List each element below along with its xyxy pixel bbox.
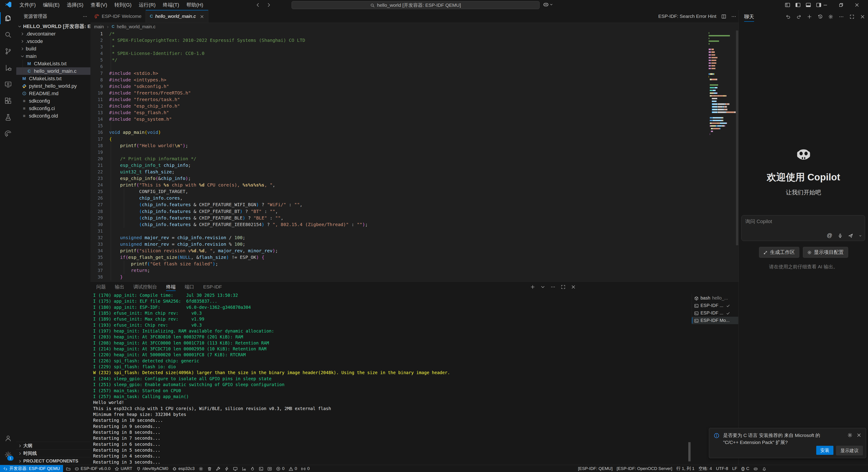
panel-tab-问题[interactable]: 问题	[96, 282, 106, 292]
panel-plus-icon[interactable]	[530, 285, 535, 289]
copilot-menu-button[interactable]	[543, 2, 553, 7]
status-item-terminal-icon[interactable]	[257, 465, 266, 472]
terminal-entry-ESP-IDF ...[interactable]: ESP-IDF ...	[692, 309, 738, 317]
activity-espressif-icon[interactable]	[0, 125, 16, 142]
status-item-空格: 4[interactable]: 空格: 4	[696, 465, 714, 472]
menu-item[interactable]: 查看(V)	[87, 2, 111, 8]
tab-chat[interactable]: 聊天	[744, 10, 754, 24]
toggle-panel-icon[interactable]	[806, 2, 811, 8]
tree-item-sdkconfig.ci[interactable]: ≡sdkconfig.ci	[16, 105, 90, 112]
menu-item[interactable]: 终端(T)	[159, 2, 183, 8]
chat-chevron-small-down-icon[interactable]	[859, 232, 862, 239]
tree-item-.vscode[interactable]: .vscode	[16, 37, 90, 45]
status-item-C[interactable]: {}C	[739, 465, 751, 472]
status-item-debug-start-icon[interactable]	[240, 465, 248, 472]
chat-send-icon[interactable]	[848, 232, 853, 239]
activity-account-icon[interactable]	[0, 430, 16, 446]
status-item-trash-icon[interactable]	[205, 465, 214, 472]
notification-settings-icon[interactable]	[847, 433, 852, 438]
close-tab-icon[interactable]	[200, 13, 204, 19]
forward-icon[interactable]	[266, 2, 271, 7]
chat-mic-icon[interactable]	[838, 232, 843, 239]
status-item-folder-icon[interactable]	[64, 465, 72, 472]
tree-item-sdkconfig.old[interactable]: ≡sdkconfig.old	[16, 112, 90, 120]
section-PROJECT COMPONENTS[interactable]: PROJECT COMPONENTS	[16, 457, 90, 465]
status-item-copilot-icon[interactable]	[751, 465, 760, 472]
status-item-[ESP-IDF: QEMU][interactable]: [ESP-IDF: QEMU]	[576, 465, 615, 472]
status-item-UART[interactable]: UART	[113, 465, 134, 472]
tree-item-README.md[interactable]: README.md	[16, 90, 90, 97]
restore-icon[interactable]	[839, 2, 844, 7]
editor-scrollbar[interactable]	[736, 31, 738, 245]
chat-plus-icon[interactable]	[807, 14, 812, 19]
show-suggestions-button[interactable]: 显示建议	[836, 446, 863, 455]
status-item-0[interactable]: 0	[274, 465, 287, 472]
activity-search-icon[interactable]	[0, 27, 16, 43]
status-item-wrench-icon[interactable]	[214, 465, 222, 472]
status-item-gear-icon[interactable]	[197, 465, 205, 472]
chat-input[interactable]: 询问 Copilot @	[741, 215, 865, 241]
chat-at-icon[interactable]: @	[827, 232, 832, 239]
more-icon[interactable]	[731, 13, 736, 19]
tree-item-sdkconfig[interactable]: ≡sdkconfig	[16, 97, 90, 105]
status-item-bell-icon[interactable]	[760, 465, 769, 472]
chat-more-icon[interactable]	[839, 14, 844, 19]
section-时间线[interactable]: 时间线	[16, 449, 90, 457]
toggle-sidebar-icon[interactable]	[795, 2, 801, 8]
activity-settings-gear-icon[interactable]: 1	[0, 446, 16, 463]
tree-item-hello_world_main.c[interactable]: Chello_world_main.c	[16, 67, 90, 75]
terminal-output[interactable]: I (170) app_init: Compile time: Jul 30 2…	[93, 292, 685, 471]
back-icon[interactable]	[255, 2, 260, 7]
tab-hello_world_main.c[interactable]: Chello_world_main.c	[146, 10, 209, 23]
status-item-/dev/ttyACM0[interactable]: /dev/ttyACM0	[134, 465, 170, 472]
code-editor[interactable]: 1/*2 * SPDX-FileCopyrightText: 2010-2022…	[90, 31, 739, 282]
tree-item-main[interactable]: main	[16, 53, 90, 60]
panel-tab-端口[interactable]: 端口	[185, 282, 194, 292]
menu-item[interactable]: 编辑(E)	[39, 2, 63, 8]
panel-tab-输出[interactable]: 输出	[115, 282, 124, 292]
split-editor-icon[interactable]	[721, 13, 726, 19]
section-大纲[interactable]: 大纲	[16, 442, 90, 449]
status-item-esp32c3[interactable]: esp32c3	[170, 465, 197, 472]
activity-files-icon[interactable]	[0, 10, 16, 27]
tree-item-CMakeLists.txt[interactable]: MCMakeLists.txt	[16, 75, 90, 82]
close-window-icon[interactable]	[855, 2, 860, 7]
chat-redo-icon[interactable]	[796, 14, 801, 19]
tree-item-.devcontainer[interactable]: .devcontainer	[16, 30, 90, 37]
status-item-0[interactable]: 0	[299, 465, 312, 472]
terminal-entry-ESP-IDF Mo...[interactable]: ESP-IDF Mo...	[692, 317, 738, 324]
breadcrumb-file[interactable]: hello_world_main.c	[117, 24, 156, 29]
panel-maximize-panel-icon[interactable]	[561, 285, 565, 289]
status-item-0[interactable]: 0	[287, 465, 299, 472]
panel-tab-ESP-IDF[interactable]: ESP-IDF	[203, 282, 222, 292]
status-item-开发容器: ESP-IDF QEMU[interactable]: 开发容器: ESP-IDF QEMU	[0, 465, 63, 472]
tree-root[interactable]: HELLO_WORLD [开发容器: ESP-IDF ...	[16, 23, 90, 30]
toggle-secondary-sidebar-icon[interactable]	[816, 2, 822, 8]
activity-testing-icon[interactable]	[0, 109, 16, 125]
menu-item[interactable]: 转到(G)	[111, 2, 135, 8]
chat-history-icon[interactable]	[817, 14, 823, 19]
more-actions-icon[interactable]	[83, 13, 87, 19]
notification-close-icon[interactable]	[857, 433, 862, 438]
tab-ESP-IDF Welcome[interactable]: ESP-IDF Welcome	[90, 10, 146, 23]
esp-idf-hint-label[interactable]: ESP-IDF: Search Error Hint	[658, 13, 716, 19]
status-item-bolt-icon[interactable]	[222, 465, 231, 472]
command-center-search[interactable]: hello_world [开发容器: ESP-IDF QEMU]	[291, 1, 539, 9]
panel-close-icon[interactable]	[571, 285, 576, 289]
status-item-UTF-8[interactable]: UTF-8	[714, 465, 730, 472]
panel-tab-调试控制台[interactable]: 调试控制台	[133, 282, 157, 292]
breadcrumb[interactable]: mainChello_world_main.c	[90, 23, 739, 31]
activity-remote-explorer-icon[interactable]	[0, 76, 16, 92]
menu-item[interactable]: 运行(R)	[135, 2, 159, 8]
menu-item[interactable]: 文件(F)	[16, 2, 39, 8]
tree-item-pytest_hello_world.py[interactable]: pytest_hello_world.py	[16, 82, 90, 90]
tree-item-build[interactable]: build	[16, 45, 90, 53]
activity-extensions-icon[interactable]	[0, 92, 16, 109]
terminal-entry-bash[interactable]: bashhello_...	[692, 294, 738, 302]
terminal-entry-ESP-IDF ...[interactable]: ESP-IDF ...	[692, 302, 738, 309]
status-item-LF[interactable]: LF	[730, 465, 739, 472]
menu-item[interactable]: 帮助(H)	[183, 2, 207, 8]
chat-expand-icon[interactable]	[849, 14, 855, 19]
status-item-行 1, 列 1[interactable]: 行 1, 列 1	[674, 465, 696, 472]
tree-item-CMakeLists.txt[interactable]: MCMakeLists.txt	[16, 60, 90, 67]
